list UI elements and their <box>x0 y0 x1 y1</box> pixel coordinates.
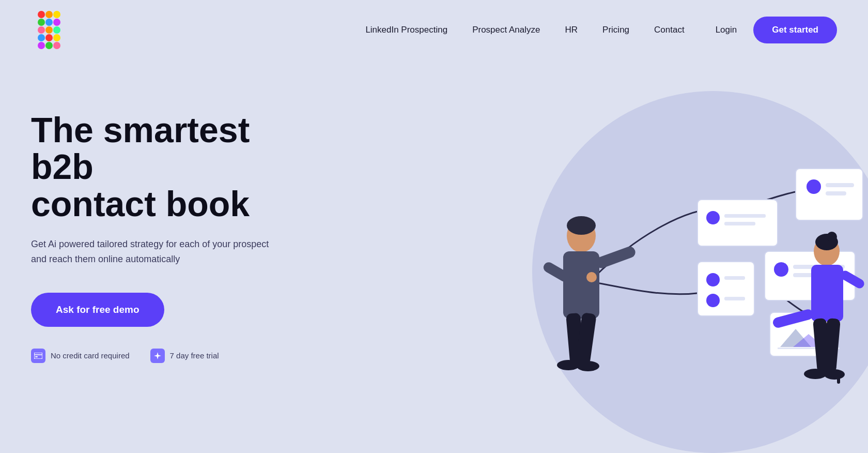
nav-linkedin-prospecting[interactable]: LinkedIn Prospecting <box>365 25 447 35</box>
svg-rect-25 <box>724 222 755 225</box>
svg-point-4 <box>45 19 53 26</box>
no-credit-card-label: No credit card required <box>51 351 130 360</box>
hero-title: The smartest b2b contact book <box>31 112 320 222</box>
svg-point-5 <box>53 19 60 26</box>
trust-no-credit-card: No credit card required <box>31 349 130 363</box>
get-started-button[interactable]: Get started <box>753 17 837 43</box>
nav-contact[interactable]: Contact <box>654 25 685 35</box>
trust-free-trial: 7 day free trial <box>150 349 219 363</box>
svg-point-31 <box>706 273 720 286</box>
svg-point-33 <box>706 294 720 307</box>
nav-actions: Login Get started <box>716 17 837 43</box>
login-button[interactable]: Login <box>716 25 737 35</box>
svg-rect-24 <box>724 214 766 218</box>
svg-point-14 <box>53 42 60 49</box>
credit-card-icon <box>31 349 45 363</box>
trust-badges: No credit card required 7 day free trial <box>31 349 320 363</box>
illustration-svg <box>403 60 868 453</box>
svg-rect-30 <box>698 262 754 316</box>
svg-point-13 <box>45 42 53 49</box>
svg-rect-21 <box>826 191 846 195</box>
svg-rect-54 <box>811 265 843 322</box>
hero-illustration <box>403 60 868 453</box>
nav-pricing[interactable]: Pricing <box>602 25 629 35</box>
svg-point-9 <box>38 34 45 41</box>
svg-point-49 <box>557 360 580 370</box>
svg-point-60 <box>804 369 827 379</box>
svg-point-2 <box>53 11 60 18</box>
nav-links: LinkedIn Prospecting Prospect Analyze HR… <box>365 25 684 35</box>
navbar: LinkedIn Prospecting Prospect Analyze HR… <box>0 0 868 60</box>
svg-rect-15 <box>34 353 42 359</box>
svg-point-61 <box>824 369 845 380</box>
svg-point-6 <box>38 26 45 34</box>
svg-point-11 <box>53 34 60 41</box>
svg-point-1 <box>45 11 53 18</box>
logo[interactable] <box>31 9 72 51</box>
nav-prospect-analyze[interactable]: Prospect Analyze <box>472 25 540 35</box>
svg-point-50 <box>577 361 599 371</box>
svg-point-0 <box>38 11 45 18</box>
demo-button[interactable]: Ask for free demo <box>31 293 164 327</box>
svg-point-27 <box>774 262 788 277</box>
nav-hr[interactable]: HR <box>565 25 578 35</box>
svg-rect-43 <box>563 251 599 319</box>
svg-rect-62 <box>837 374 840 384</box>
svg-rect-34 <box>724 297 745 300</box>
svg-point-19 <box>807 179 821 194</box>
sparkle-icon <box>150 349 165 363</box>
svg-point-46 <box>586 272 597 282</box>
svg-point-42 <box>567 216 596 235</box>
svg-point-12 <box>38 42 45 49</box>
svg-point-10 <box>45 34 53 41</box>
hero-section: The smartest b2b contact book Get Ai pow… <box>0 60 868 432</box>
svg-point-7 <box>45 26 53 34</box>
free-trial-label: 7 day free trial <box>170 351 219 360</box>
svg-point-23 <box>706 211 720 224</box>
svg-rect-44 <box>594 245 637 270</box>
hero-subtitle: Get Ai powered tailored strategy for eac… <box>31 237 279 267</box>
hero-content: The smartest b2b contact book Get Ai pow… <box>31 81 320 363</box>
svg-point-53 <box>827 232 837 242</box>
svg-point-3 <box>38 19 45 26</box>
svg-point-8 <box>53 26 60 34</box>
logo-icon <box>31 9 72 51</box>
svg-rect-20 <box>826 183 854 187</box>
svg-rect-32 <box>724 276 745 280</box>
svg-rect-17 <box>35 356 38 357</box>
